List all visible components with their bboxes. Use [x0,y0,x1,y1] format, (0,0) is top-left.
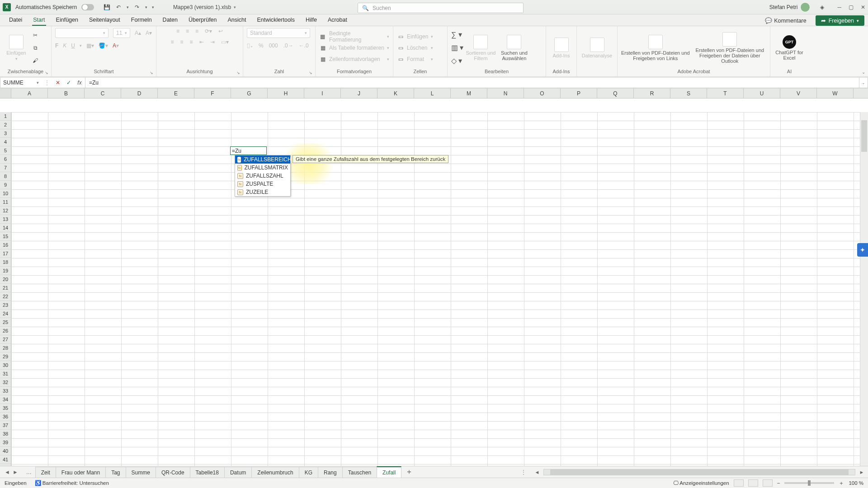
cut-icon[interactable]: ✂ [32,32,39,39]
dialog-launcher-icon[interactable]: ↘ [150,70,153,75]
name-box[interactable]: SUMME ▾ [0,77,42,88]
maximize-icon[interactable]: ▢ [849,4,854,10]
align-middle-icon[interactable]: ≡ [186,28,189,34]
column-header[interactable]: G [231,89,268,98]
ribbon-tab-einfügen[interactable]: Einfügen [51,14,84,26]
autocomplete-item[interactable]: fxZUSPALTE [235,180,290,188]
row-header[interactable]: 17 [0,249,11,258]
align-left-icon[interactable]: ≡ [170,39,174,45]
percent-icon[interactable]: % [259,42,264,49]
row-header[interactable]: 35 [0,404,11,413]
font-size-combo[interactable]: 11▾ [113,28,130,38]
row-header[interactable]: 19 [0,267,11,275]
ribbon-tab-start[interactable]: Start [28,14,50,26]
ribbon-tab-überprüfen[interactable]: Überprüfen [183,14,222,26]
decrease-font-icon[interactable]: A▾ [146,30,152,36]
column-header[interactable]: P [561,89,597,98]
row-header[interactable]: 5 [0,146,11,155]
sheet-tab[interactable]: Frau oder Mann [56,467,106,478]
row-header[interactable]: 38 [0,430,11,438]
data-analysis-button[interactable]: Datenanalyse [580,28,613,67]
row-header[interactable]: 14 [0,224,11,232]
row-header[interactable]: 26 [0,327,11,335]
autosave-toggle[interactable] [81,4,94,10]
fill-color-icon[interactable]: 🪣▾ [99,42,108,49]
align-center-icon[interactable]: ≡ [180,39,183,45]
align-right-icon[interactable]: ≡ [190,39,193,45]
ribbon-tab-daten[interactable]: Daten [157,14,183,26]
zoom-slider[interactable] [784,482,834,484]
column-header[interactable]: V [780,89,817,98]
formula-input[interactable]: =Zu [85,77,859,88]
scrollbar-thumb[interactable] [550,469,849,475]
column-header[interactable]: L [414,89,451,98]
fill-icon[interactable]: ▥ ▾ [451,43,463,52]
hscroll-right-icon[interactable]: ► [858,469,865,476]
row-header[interactable]: 18 [0,258,11,267]
column-header[interactable]: S [670,89,707,98]
cells-item[interactable]: ▭Einfügen▾ [397,32,433,41]
zoom-in-icon[interactable]: ＋ [839,480,844,487]
copy-icon[interactable]: ⧉ [32,44,39,52]
row-header[interactable]: 21 [0,284,11,292]
save-icon[interactable]: 💾 [103,4,110,11]
new-sheet-button[interactable]: ＋ [404,467,415,477]
column-header[interactable]: C [85,89,121,98]
row-header[interactable]: 41 [0,455,11,464]
dialog-launcher-icon[interactable]: ↘ [45,70,48,75]
cancel-edit-icon[interactable]: ✕ [52,80,63,86]
row-header[interactable]: 23 [0,301,11,310]
sheet-tab[interactable]: Zeilenumbruch [251,467,299,478]
row-header[interactable]: 39 [0,438,11,447]
sheet-tab[interactable]: Tabelle18 [190,467,225,478]
zoom-value[interactable]: 100 % [849,480,863,486]
currency-icon[interactable]: ⌷▾ [247,42,253,49]
select-all-corner[interactable] [0,89,11,98]
row-header[interactable]: 12 [0,206,11,215]
format-painter-icon[interactable]: 🖌 [32,57,39,64]
bold-icon[interactable]: F [55,42,58,49]
qat-customize-icon[interactable]: ▾ [152,5,154,9]
column-header[interactable]: U [744,89,780,98]
column-header[interactable]: K [377,89,414,98]
underline-icon[interactable]: U [71,42,75,49]
autocomplete-item[interactable]: fxZUFALLSZAHL [235,172,290,180]
row-header[interactable]: 37 [0,421,11,430]
autocomplete-item[interactable]: fxZUFALLSMATRIX [235,164,290,172]
sheet-tab[interactable]: KG [299,467,318,478]
row-header[interactable]: 22 [0,292,11,301]
sort-filter-button[interactable]: Sortieren und Filtern [464,28,497,67]
row-header[interactable]: 40 [0,447,11,455]
active-cell-editor[interactable]: =Zu [230,146,267,155]
help-badge-icon[interactable]: ✦ [857,243,868,257]
column-header[interactable]: D [121,89,158,98]
row-header[interactable]: 4 [0,138,11,146]
styles-item[interactable]: ▦Zellenformatvorlagen▾ [319,55,389,64]
dialog-launcher-icon[interactable]: ↘ [236,70,240,75]
fx-icon[interactable]: fx [74,80,85,86]
column-header[interactable]: T [707,89,744,98]
expand-formula-bar-icon[interactable]: ⌄ [859,77,868,88]
page-break-view-icon[interactable] [763,479,773,487]
vertical-scrollbar[interactable] [860,112,868,466]
dialog-launcher-icon[interactable]: ↘ [309,70,312,75]
row-header[interactable]: 30 [0,361,11,370]
zoom-out-icon[interactable]: − [777,480,780,486]
align-bottom-icon[interactable]: ≡ [195,28,198,34]
sheet-tab[interactable]: QR-Code [156,467,190,478]
indent-inc-icon[interactable]: ⇥ [210,39,215,45]
row-header[interactable]: 7 [0,164,11,172]
sheet-tab[interactable]: Zufall [377,466,401,478]
comma-icon[interactable]: 000 [269,42,278,49]
sheet-tab[interactable]: Rang [318,467,343,478]
italic-icon[interactable]: K [63,42,66,49]
row-header[interactable]: 3 [0,129,11,138]
merge-icon[interactable]: ▭▾ [221,39,229,45]
row-header[interactable]: 27 [0,335,11,344]
horizontal-scrollbar[interactable] [543,469,855,475]
sheet-tab[interactable]: Datum [224,467,252,478]
row-header[interactable]: 33 [0,387,11,395]
column-header[interactable]: N [487,89,524,98]
column-header[interactable]: O [524,89,561,98]
ribbon-tab-acrobat[interactable]: Acrobat [322,14,353,26]
